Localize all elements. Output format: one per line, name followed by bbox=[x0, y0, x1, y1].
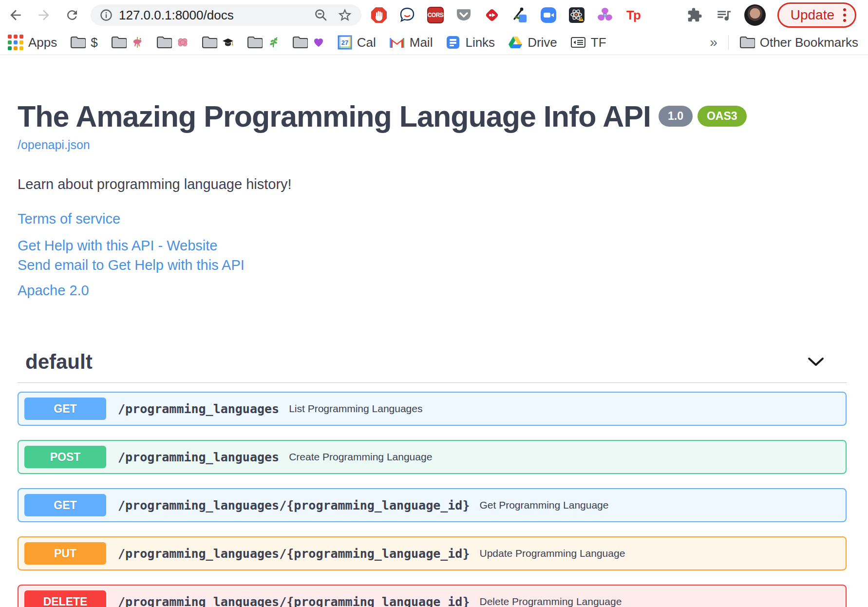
url-bar[interactable]: 127.0.0.1:8000/docs bbox=[91, 4, 361, 26]
other-bookmarks-label: Other Bookmarks bbox=[760, 35, 858, 50]
eyedropper-icon bbox=[511, 6, 529, 24]
pocket-extension-icon[interactable] bbox=[455, 6, 472, 24]
back-button[interactable] bbox=[7, 6, 24, 24]
endpoint-summary: Get Programming Language bbox=[479, 499, 608, 511]
folder-icon bbox=[202, 36, 217, 49]
contact-email-link[interactable]: Send email to Get Help with this API bbox=[18, 255, 847, 275]
color-picker-extension-icon[interactable] bbox=[511, 6, 529, 24]
back-icon bbox=[8, 7, 23, 23]
purple-recycle-extension-icon[interactable] bbox=[596, 6, 614, 24]
zoom-extension-icon[interactable] bbox=[540, 6, 557, 24]
bookmark-apps[interactable]: Apps bbox=[8, 35, 57, 50]
apps-grid-icon bbox=[8, 35, 23, 50]
extensions-menu-button[interactable] bbox=[686, 6, 703, 24]
forward-button[interactable] bbox=[35, 6, 53, 24]
page-info-icon[interactable] bbox=[99, 8, 113, 22]
endpoint-path: /programming_languages/{programming_lang… bbox=[118, 498, 470, 512]
media-queue-button[interactable] bbox=[715, 6, 733, 24]
endpoint-row[interactable]: GET /programming_languages List Programm… bbox=[18, 392, 847, 426]
toolbar-right-group: Update bbox=[686, 2, 856, 28]
reload-icon bbox=[65, 8, 79, 22]
gmail-icon bbox=[389, 36, 405, 49]
tag-title: default bbox=[25, 350, 93, 374]
endpoint-path: /programming_languages bbox=[118, 402, 279, 416]
bookmark-folder-brain[interactable] bbox=[156, 36, 189, 49]
music-queue-icon bbox=[716, 7, 732, 23]
reload-button[interactable] bbox=[63, 6, 81, 24]
cors-label: CORS bbox=[427, 7, 444, 23]
method-badge[interactable]: PUT bbox=[24, 542, 106, 565]
bookmark-drive[interactable]: Drive bbox=[508, 35, 557, 50]
bookmarks-bar: Apps $ bbox=[0, 30, 868, 55]
folder-icon bbox=[292, 36, 308, 49]
links-doc-icon bbox=[446, 35, 460, 50]
browser-menu-icon[interactable] bbox=[843, 8, 846, 22]
api-links: Terms of service Get Help with this API … bbox=[18, 211, 847, 299]
bookmark-label: Cal bbox=[357, 35, 376, 50]
smile-bubble-icon bbox=[398, 6, 416, 24]
bookmarks-overflow-button[interactable]: » bbox=[710, 35, 717, 50]
bookmark-mail[interactable]: Mail bbox=[389, 35, 433, 50]
openapi-spec-link[interactable]: /openapi.json bbox=[18, 138, 90, 152]
bookmark-folder-carousel[interactable] bbox=[111, 36, 143, 49]
bookmark-label: Drive bbox=[528, 35, 557, 50]
purple-flower-icon bbox=[596, 6, 614, 24]
red-diamond-icon bbox=[483, 6, 501, 24]
profile-avatar[interactable] bbox=[744, 4, 766, 26]
api-info-header: The Amazing Programming Language Info AP… bbox=[18, 101, 847, 132]
react-devtools-extension-icon[interactable] bbox=[568, 6, 585, 24]
bookmark-folder-herb[interactable] bbox=[247, 36, 279, 49]
method-badge[interactable]: GET bbox=[24, 494, 106, 516]
zoom-out-icon[interactable] bbox=[314, 8, 328, 22]
endpoint-path: /programming_languages bbox=[118, 450, 279, 464]
license-link[interactable]: Apache 2.0 bbox=[18, 283, 847, 299]
endpoint-row[interactable]: PUT /programming_languages/{programming_… bbox=[18, 536, 847, 570]
google-calendar-icon: 27 bbox=[338, 35, 352, 50]
tag-section-header[interactable]: default bbox=[18, 350, 847, 383]
bookmark-label: $ bbox=[91, 35, 97, 50]
endpoint-summary: Create Programming Language bbox=[289, 451, 432, 463]
bookmark-folder-purple-heart[interactable] bbox=[292, 36, 324, 49]
folder-icon bbox=[739, 36, 755, 49]
endpoint-row[interactable]: GET /programming_languages/{programming_… bbox=[18, 488, 847, 522]
bookmark-star-icon[interactable] bbox=[337, 7, 353, 23]
adblock-extension-icon[interactable] bbox=[370, 6, 388, 24]
page-title: The Amazing Programming Language Info AP… bbox=[18, 101, 651, 132]
tp-extension-icon[interactable]: Tp bbox=[624, 6, 642, 24]
endpoint-path: /programming_languages/{programming_lang… bbox=[118, 595, 470, 607]
red-diamond-extension-icon[interactable] bbox=[483, 6, 501, 24]
bookmark-label: Apps bbox=[28, 35, 57, 50]
other-bookmarks-button[interactable]: Other Bookmarks bbox=[739, 35, 858, 50]
endpoint-row[interactable]: DELETE /programming_languages/{programmi… bbox=[18, 585, 847, 607]
herb-icon bbox=[267, 37, 279, 48]
bookmark-links[interactable]: Links bbox=[446, 35, 495, 50]
endpoint-path: /programming_languages/{programming_lang… bbox=[118, 547, 470, 561]
brain-icon bbox=[177, 37, 189, 48]
chevron-down-icon[interactable] bbox=[808, 357, 824, 367]
bookmark-label: Links bbox=[465, 35, 495, 50]
chat-bubble-extension-icon[interactable] bbox=[398, 6, 416, 24]
browser-toolbar: 127.0.0.1:8000/docs CORS bbox=[0, 0, 868, 30]
video-camera-icon bbox=[540, 6, 557, 24]
bookmark-tf[interactable]: TF bbox=[570, 35, 606, 50]
api-description: Learn about programming language history… bbox=[18, 176, 847, 192]
method-badge[interactable]: POST bbox=[24, 446, 106, 468]
bookmark-folder-dollar[interactable]: $ bbox=[70, 35, 97, 50]
url-text[interactable]: 127.0.0.1:8000/docs bbox=[119, 8, 234, 23]
swagger-ui-page: The Amazing Programming Language Info AP… bbox=[0, 101, 868, 607]
update-button[interactable]: Update bbox=[777, 2, 856, 28]
operations-list: GET /programming_languages List Programm… bbox=[18, 392, 847, 607]
cors-extension-icon[interactable]: CORS bbox=[427, 6, 444, 24]
contact-website-link[interactable]: Get Help with this API - Website bbox=[18, 236, 847, 255]
terms-of-service-link[interactable]: Terms of service bbox=[18, 211, 847, 227]
method-badge[interactable]: DELETE bbox=[24, 590, 106, 607]
extensions-group: CORS bbox=[370, 6, 642, 24]
update-label: Update bbox=[791, 7, 834, 23]
endpoint-summary: Delete Programming Language bbox=[479, 596, 622, 607]
endpoint-row[interactable]: POST /programming_languages Create Progr… bbox=[18, 440, 847, 474]
bookmark-folder-graduation[interactable] bbox=[202, 36, 234, 49]
method-badge[interactable]: GET bbox=[24, 398, 106, 420]
bookmark-calendar[interactable]: 27 Cal bbox=[338, 35, 376, 50]
bookmarks-divider bbox=[728, 35, 729, 50]
bookmark-label: Mail bbox=[410, 35, 433, 50]
